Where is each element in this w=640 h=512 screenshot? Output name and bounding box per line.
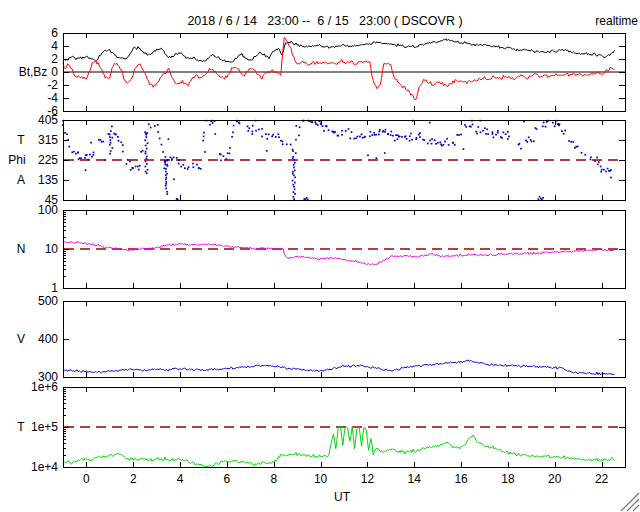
- data-dot: [542, 126, 544, 128]
- data-dot: [394, 140, 396, 142]
- data-dot: [561, 130, 563, 132]
- data-dot: [113, 133, 115, 135]
- axis-label-a: A: [17, 173, 25, 187]
- data-dot: [446, 138, 448, 140]
- data-dot: [145, 166, 147, 168]
- axis-label-n: N: [17, 242, 26, 256]
- data-dot: [165, 156, 167, 158]
- data-dot: [401, 136, 403, 138]
- data-dot: [202, 140, 204, 142]
- data-dot: [140, 151, 142, 153]
- data-dot: [603, 169, 605, 171]
- data-dot: [144, 131, 146, 133]
- data-dot: [138, 169, 140, 171]
- data-dot: [295, 139, 297, 141]
- data-dot: [508, 136, 510, 138]
- data-dot: [359, 136, 361, 138]
- data-dot: [73, 151, 75, 153]
- data-dot: [77, 152, 79, 154]
- data-dot: [351, 131, 353, 133]
- data-dot: [122, 144, 124, 146]
- data-dot: [90, 142, 92, 144]
- data-dot: [292, 173, 294, 175]
- data-dot: [170, 157, 172, 159]
- data-dot: [110, 130, 112, 132]
- data-dot: [144, 139, 146, 141]
- data-dot: [345, 130, 347, 132]
- data-dot: [183, 164, 185, 166]
- data-dot: [109, 134, 111, 136]
- data-dot: [129, 161, 131, 163]
- data-dot: [282, 141, 284, 143]
- data-dot: [292, 156, 294, 158]
- data-dot: [431, 143, 433, 145]
- data-dot: [117, 136, 119, 138]
- data-dot: [292, 171, 294, 173]
- data-dot: [605, 171, 607, 173]
- data-dot: [146, 148, 148, 150]
- data-dot: [203, 136, 205, 138]
- data-dot: [203, 132, 205, 134]
- data-dot: [325, 125, 327, 127]
- data-dot: [357, 136, 359, 138]
- data-dot: [493, 137, 495, 139]
- data-dot: [353, 138, 355, 140]
- data-dot: [444, 141, 446, 143]
- data-dot: [487, 133, 489, 135]
- data-dot: [148, 123, 150, 125]
- data-dot: [374, 134, 376, 136]
- data-dot: [355, 137, 357, 139]
- data-dot: [71, 152, 73, 154]
- data-dot: [552, 122, 554, 124]
- x-tick-label: 20: [548, 472, 562, 486]
- data-dot: [370, 131, 372, 133]
- data-dot: [429, 140, 431, 142]
- data-dot: [410, 133, 412, 135]
- data-dot: [80, 158, 82, 160]
- data-dot: [110, 139, 112, 141]
- data-dot: [146, 156, 148, 158]
- data-dot: [146, 172, 148, 174]
- data-dot: [166, 191, 168, 193]
- data-dot: [361, 134, 363, 136]
- y-tick-label: 405: [38, 113, 58, 127]
- data-dot: [435, 143, 437, 145]
- data-dot: [154, 125, 156, 127]
- y-tick-label: 315: [38, 133, 58, 147]
- panel-bt-bz: 6420-2-4-6Bt,Bz: [19, 26, 625, 118]
- data-dot: [452, 142, 454, 144]
- data-dot: [167, 159, 169, 161]
- data-dot: [87, 159, 89, 161]
- data-dot: [162, 151, 164, 153]
- resize-grip-icon: [621, 493, 639, 511]
- data-dot: [477, 126, 479, 128]
- data-dot: [261, 136, 263, 138]
- data-dot: [543, 122, 545, 124]
- data-dot: [507, 138, 509, 140]
- data-dot: [385, 129, 387, 131]
- data-dot: [293, 184, 295, 186]
- data-dot: [317, 124, 319, 126]
- data-dot: [601, 169, 603, 171]
- data-dot: [161, 144, 163, 146]
- data-dot: [146, 163, 148, 165]
- data-dot: [429, 122, 431, 124]
- data-dot: [418, 134, 420, 136]
- data-dot: [226, 158, 228, 160]
- data-dot: [132, 167, 134, 169]
- data-dot: [598, 161, 600, 163]
- data-dot: [137, 166, 139, 168]
- data-dot: [294, 170, 296, 172]
- data-dot: [443, 144, 445, 146]
- data-dot: [167, 165, 169, 167]
- panel-v: 500400300V: [17, 294, 625, 384]
- data-dot: [290, 144, 292, 146]
- data-dot: [255, 130, 257, 132]
- data-dot: [427, 143, 429, 145]
- data-dot: [610, 169, 612, 171]
- data-dot: [322, 125, 324, 127]
- data-dot: [465, 126, 467, 128]
- data-dot: [519, 143, 521, 145]
- data-dot: [379, 129, 381, 131]
- series-n: [63, 241, 615, 264]
